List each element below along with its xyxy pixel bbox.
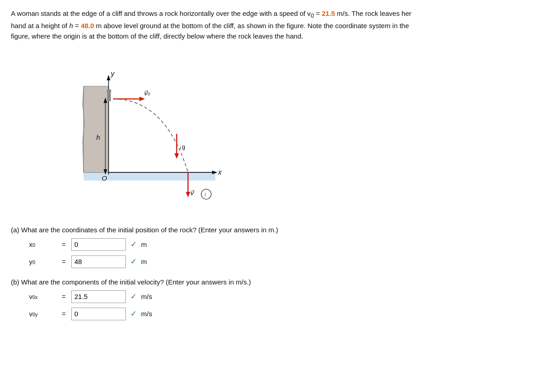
x0-input[interactable]	[71, 238, 126, 251]
part-b-row-v0y: v0y = ✓ m/s	[29, 308, 534, 320]
svg-marker-15	[174, 153, 179, 159]
x0-var-label: x0	[29, 240, 56, 248]
part-b-section: (b) What are the components of the initi…	[11, 278, 534, 320]
v0y-var-label: v0y	[29, 310, 56, 318]
v0-figure-label: v⃗₀	[144, 89, 150, 97]
svg-marker-4	[107, 75, 110, 80]
svg-rect-10	[107, 93, 111, 101]
physics-figure: y x O h v⃗₀ ↓g v⃗	[38, 50, 229, 218]
v0y-equals: =	[62, 310, 66, 318]
part-b-row-v0x: v0x = ✓ m/s	[29, 290, 534, 303]
v0y-input[interactable]	[71, 308, 126, 320]
v0x-check: ✓	[130, 292, 137, 301]
figure-svg: y x O h v⃗₀ ↓g v⃗	[38, 50, 229, 218]
y0-input[interactable]	[71, 255, 126, 268]
origin-label: O	[102, 174, 107, 182]
part-b-label: (b) What are the components of the initi…	[11, 278, 534, 286]
y-axis-label: y	[110, 70, 115, 78]
v0x-equals: =	[62, 293, 66, 300]
v0x-input[interactable]	[71, 290, 126, 303]
svg-rect-2	[84, 86, 109, 172]
v0-value: 21.5	[322, 10, 335, 17]
part-a-label: (a) What are the coordinates of the init…	[11, 226, 534, 234]
part-a-section: (a) What are the coordinates of the init…	[11, 226, 534, 268]
y0-equals: =	[62, 258, 66, 265]
problem-text: A woman stands at the edge of a cliff an…	[11, 8, 420, 42]
part-a-row-x0: x0 = ✓ m	[29, 238, 534, 251]
part-a-row-y0: y0 = ✓ m	[29, 255, 534, 268]
problem-text-part1: A woman stands at the edge of a cliff an…	[11, 10, 311, 17]
svg-point-18	[201, 189, 211, 199]
problem-text-eq1: =	[314, 10, 322, 17]
g-label: ↓g	[179, 143, 185, 150]
info-icon-fig[interactable]: i	[204, 191, 206, 198]
h-var: h	[69, 22, 73, 29]
svg-marker-13	[139, 97, 145, 101]
v0x-var-label: v0x	[29, 293, 56, 300]
v-label: v⃗	[190, 189, 194, 196]
y0-var-label: y0	[29, 258, 56, 265]
v0x-unit: m/s	[141, 293, 152, 300]
y0-check: ✓	[130, 257, 137, 266]
h-label: h	[96, 133, 100, 141]
x0-equals: =	[62, 240, 66, 248]
x0-check: ✓	[130, 240, 137, 249]
x-axis-label: x	[218, 168, 222, 176]
problem-text-eq2: =	[73, 22, 81, 29]
v0y-unit: m/s	[141, 310, 152, 318]
x0-unit: m	[141, 240, 147, 248]
h-value: 48.0	[81, 22, 94, 29]
v0y-check: ✓	[130, 309, 137, 318]
svg-point-11	[107, 89, 111, 93]
y0-unit: m	[141, 258, 147, 265]
